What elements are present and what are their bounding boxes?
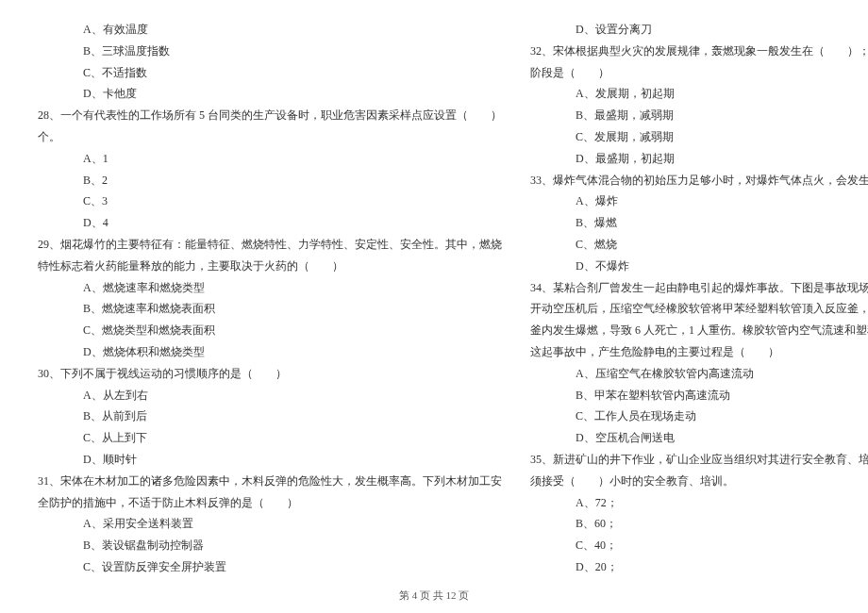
left-line: C、设置防反弹安全屏护装置 [38,556,502,578]
left-column: A、有效温度B、三球温度指数C、不适指数D、卡他度28、一个有代表性的工作场所有… [38,19,502,578]
left-line: A、有效温度 [38,19,502,41]
right-line: D、最盛期，初起期 [530,148,868,170]
right-line: D、空压机合闸送电 [530,427,868,449]
left-line: A、燃烧速率和燃烧类型 [38,277,502,299]
right-line: D、设置分离刀 [530,19,868,41]
right-line: A、压缩空气在橡胶软管内高速流动 [530,363,868,385]
left-line: A、1 [38,148,502,170]
left-line: B、2 [38,170,502,191]
left-line: C、从上到下 [38,427,502,449]
right-line: 35、新进矿山的井下作业，矿山企业应当组织对其进行安全教育、培训，下矿井工作前至… [530,449,868,471]
right-line: 这起事故中，产生危险静电的主要过程是（ ） [530,341,868,363]
left-line: D、燃烧体积和燃烧类型 [38,341,502,363]
left-line: B、从前到后 [38,406,502,427]
right-line: C、工作人员在现场走动 [530,406,868,427]
right-line: B、爆燃 [530,212,868,234]
right-line: D、不爆炸 [530,256,868,277]
right-line: A、72； [530,492,868,514]
right-line: 釜内发生爆燃，导致 6 人死亡，1 人重伤。橡胶软管内空气流速和塑料软管内甲苯流… [530,320,868,341]
right-line: 34、某粘合剂厂曾发生一起由静电引起的爆炸事故。下图是事故现场简图。汽油桶中装满… [530,277,868,299]
left-line: 28、一个有代表性的工作场所有 5 台同类的生产设备时，职业危害因素采样点应设置… [38,105,502,126]
left-line: B、三球温度指数 [38,41,502,62]
left-line: B、燃烧速率和燃烧表面积 [38,298,502,320]
right-line: 开动空压机后，压缩空气经橡胶软管将甲苯经塑料软管顶入反应釜，开始灌装十几分钟后反… [530,298,868,320]
right-line: C、燃烧 [530,234,868,256]
left-line: A、从左到右 [38,385,502,406]
left-line: A、采用安全送料装置 [38,513,502,535]
left-line: 个。 [38,126,502,148]
right-line: C、发展期，减弱期 [530,126,868,148]
right-line: B、最盛期，减弱期 [530,105,868,126]
right-line: C、40； [530,535,868,556]
left-line: C、3 [38,191,502,212]
left-line: D、顺时针 [38,449,502,471]
right-line: B、60； [530,513,868,535]
left-line: D、卡他度 [38,83,502,105]
left-line: 特性标志着火药能量释放的能力，主要取决于火药的（ ） [38,256,502,277]
right-line: 阶段是（ ） [530,62,868,84]
right-line: 须接受（ ）小时的安全教育、培训。 [530,471,868,492]
left-line: C、燃烧类型和燃烧表面积 [38,320,502,341]
left-line: 29、烟花爆竹的主要特征有：能量特征、燃烧特性、力学特性、安定性、安全性。其中，… [38,234,502,256]
right-line: A、爆炸 [530,191,868,212]
left-line: 30、下列不属于视线运动的习惯顺序的是（ ） [38,363,502,385]
left-line: D、4 [38,212,502,234]
left-line: B、装设锯盘制动控制器 [38,535,502,556]
left-line: 31、宋体在木材加工的诸多危险因素中，木料反弹的危险性大，发生概率高。下列木材加… [38,471,502,492]
left-line: 全防护的措施中，不适于防止木料反弹的是（ ） [38,492,502,514]
page-footer: 第 4 页 共 12 页 [38,586,830,605]
right-line: B、甲苯在塑料软管内高速流动 [530,385,868,406]
right-line: D、20； [530,556,868,578]
right-column: D、设置分离刀32、宋体根据典型火灾的发展规律，轰燃现象一般发生在（ ）；主要特… [530,19,868,578]
left-line: C、不适指数 [38,62,502,84]
right-line: A、发展期，初起期 [530,83,868,105]
two-column-layout: A、有效温度B、三球温度指数C、不适指数D、卡他度28、一个有代表性的工作场所有… [38,19,830,578]
right-line: 33、爆炸气体混合物的初始压力足够小时，对爆炸气体点火，会发生（ ）现象。 [530,170,868,191]
right-line: 32、宋体根据典型火灾的发展规律，轰燃现象一般发生在（ ）；主要特征是冒烟、阴燃… [530,41,868,62]
